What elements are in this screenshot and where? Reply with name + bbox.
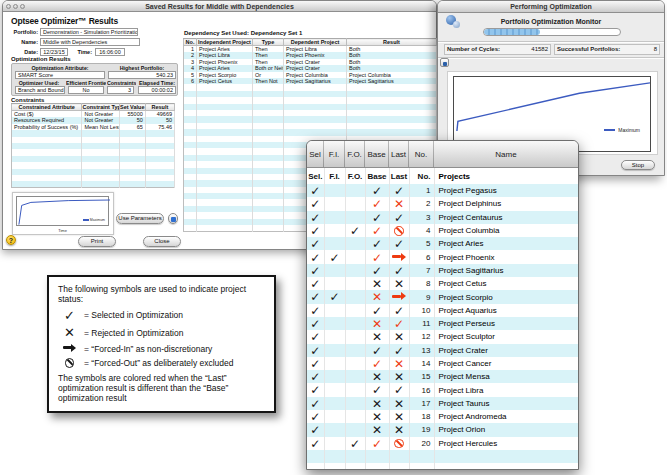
sel-cell[interactable]: ✓ <box>307 370 324 383</box>
forced-in-cell[interactable] <box>324 397 345 410</box>
project-row[interactable]: ✓✕✕12Project Sculptor <box>307 330 579 343</box>
forced-in-cell[interactable] <box>324 224 345 237</box>
forced-out-cell[interactable] <box>345 250 365 263</box>
forced-in-cell[interactable] <box>324 197 345 210</box>
forced-in-cell[interactable] <box>324 344 345 357</box>
project-row[interactable]: ✓✓✓16Project Libra <box>307 383 579 396</box>
sel-cell[interactable]: ✓ <box>307 184 324 197</box>
forced-out-cell[interactable]: ✓ <box>345 224 365 237</box>
forced-in-cell[interactable] <box>324 184 345 197</box>
sel-cell[interactable]: ✓ <box>307 277 324 290</box>
date-field[interactable]: 12/23/15 <box>40 48 68 56</box>
column-header-fi[interactable]: F.I. <box>324 141 345 167</box>
forced-in-cell[interactable] <box>324 410 345 423</box>
project-row[interactable]: ✓✓✓20Project Hercules <box>307 437 579 450</box>
forced-in-cell[interactable] <box>324 383 345 396</box>
stop-button[interactable]: Stop <box>621 160 655 170</box>
sel-cell[interactable]: ✓ <box>307 264 324 277</box>
project-row[interactable]: ✓✕✕17Project Taurus <box>307 397 579 410</box>
column-header-base[interactable]: Base <box>365 141 389 167</box>
close-button[interactable]: Close <box>143 236 181 247</box>
time-field[interactable]: 16:06:00 <box>95 48 125 56</box>
forced-in-cell[interactable] <box>324 370 345 383</box>
zoom-window-button[interactable] <box>20 4 25 9</box>
project-row[interactable]: ✓✓✕14Project Cancer <box>307 357 579 370</box>
column-header-last[interactable]: Last <box>389 141 409 167</box>
sel-cell[interactable]: ✓ <box>307 357 324 370</box>
project-row[interactable]: ✓✓✓10Project Aquarius <box>307 304 579 317</box>
forced-in-cell[interactable] <box>324 437 345 450</box>
sel-cell[interactable]: ✓ <box>307 224 324 237</box>
sel-cell[interactable]: ✓ <box>307 317 324 330</box>
forced-out-cell[interactable] <box>345 344 365 357</box>
project-row[interactable]: ✓✕✕18Project Andromeda <box>307 410 579 423</box>
expand-chart-button[interactable] <box>168 213 178 224</box>
sel-cell[interactable]: ✓ <box>307 344 324 357</box>
sel-cell[interactable]: ✓ <box>307 330 324 343</box>
sel-cell[interactable]: ✓ <box>307 423 324 436</box>
forced-in-cell[interactable] <box>324 237 345 250</box>
project-row[interactable]: ✓✓✓5Project Aries <box>307 237 579 250</box>
forced-out-cell[interactable] <box>345 370 365 383</box>
titlebar-performing-optimization[interactable]: Performing Optimization <box>438 1 664 13</box>
project-row[interactable]: ✓✕✕8Project Cetus <box>307 277 579 290</box>
project-row[interactable]: ✓✓✓4Project Columbia <box>307 224 579 237</box>
results-chart-thumbnail[interactable]: Maximum Time <box>12 192 114 235</box>
disclosure-button[interactable] <box>440 58 449 67</box>
forced-in-cell[interactable] <box>324 277 345 290</box>
column-header-no[interactable]: No. <box>409 141 434 167</box>
close-window-button[interactable] <box>6 4 11 9</box>
sel-cell[interactable]: ✓ <box>307 437 324 450</box>
dependency-row[interactable]: 1Project AriesThenProject LibraBoth <box>184 46 437 53</box>
forced-in-cell[interactable] <box>324 423 345 436</box>
forced-in-cell[interactable] <box>324 211 345 224</box>
forced-in-cell[interactable]: ✓ <box>324 290 345 303</box>
column-header-sel[interactable]: Sel <box>307 141 324 167</box>
forced-out-cell[interactable] <box>345 184 365 197</box>
sel-cell[interactable]: ✓ <box>307 383 324 396</box>
forced-in-cell[interactable] <box>324 317 345 330</box>
forced-out-cell[interactable] <box>345 357 365 370</box>
forced-in-cell[interactable] <box>324 357 345 370</box>
sel-cell[interactable]: ✓ <box>307 410 324 423</box>
forced-out-cell[interactable] <box>345 317 365 330</box>
sel-cell[interactable]: ✓ <box>307 211 324 224</box>
forced-out-cell[interactable] <box>345 237 365 250</box>
sel-cell[interactable]: ✓ <box>307 237 324 250</box>
forced-out-cell[interactable] <box>345 290 365 303</box>
portfolio-field[interactable]: Demonstration - Simulation Prioritizatio… <box>40 28 138 36</box>
forced-in-cell[interactable] <box>324 304 345 317</box>
forced-out-cell[interactable] <box>345 304 365 317</box>
project-row[interactable]: ✓✓✕2Project Delphinus <box>307 197 579 210</box>
sel-cell[interactable]: ✓ <box>307 304 324 317</box>
column-header-name[interactable]: Name <box>434 141 578 167</box>
name-field[interactable]: Middle with Dependencies <box>40 38 140 46</box>
forced-in-cell[interactable] <box>324 330 345 343</box>
constraint-row[interactable]: Cost ($)Not Greater5500049669 <box>12 111 175 118</box>
project-row[interactable]: ✓✓✓1Project Pegasus <box>307 184 579 197</box>
project-row[interactable]: ✓✓✓13Project Crater <box>307 344 579 357</box>
help-button[interactable]: ? <box>6 235 16 245</box>
forced-out-cell[interactable]: ✓ <box>345 437 365 450</box>
forced-out-cell[interactable] <box>345 330 365 343</box>
project-row[interactable]: ✓✕✕19Project Orion <box>307 423 579 436</box>
project-row[interactable]: ✓✕✓11Project Perseus <box>307 317 579 330</box>
forced-out-cell[interactable] <box>345 197 365 210</box>
project-row[interactable]: ✓✓✓7Project Sagittarius <box>307 264 579 277</box>
print-button[interactable]: Print <box>78 236 116 247</box>
project-row[interactable]: ✓✕✕15Project Mensa <box>307 370 579 383</box>
project-row[interactable]: ✓✓✓6Project Phoenix <box>307 250 579 263</box>
sel-cell[interactable]: ✓ <box>307 397 324 410</box>
column-header-fo[interactable]: F.O. <box>345 141 365 167</box>
sel-cell[interactable]: ✓ <box>307 290 324 303</box>
use-parameters-button[interactable]: Use Parameters <box>116 213 164 224</box>
project-row[interactable]: ✓✓✕9Project Scorpio <box>307 290 579 303</box>
project-row[interactable]: ✓✓✓3Project Centaurus <box>307 211 579 224</box>
forced-out-cell[interactable] <box>345 277 365 290</box>
forced-in-cell[interactable] <box>324 264 345 277</box>
minimize-window-button[interactable] <box>13 4 18 9</box>
forced-out-cell[interactable] <box>345 264 365 277</box>
forced-out-cell[interactable] <box>345 383 365 396</box>
forced-out-cell[interactable] <box>345 211 365 224</box>
forced-out-cell[interactable] <box>345 410 365 423</box>
